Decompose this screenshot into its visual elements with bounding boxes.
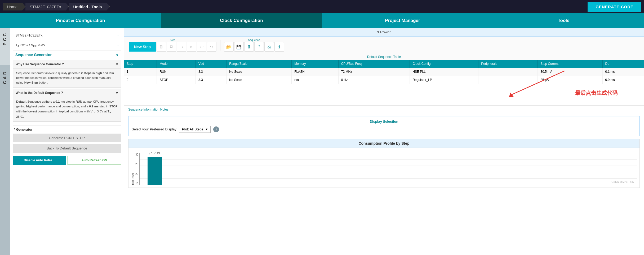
sidebar-temp-item[interactable]: TA 25°C / VDD 3.3V › [13,40,121,51]
col-range: Range/Scale [226,60,292,68]
chevron-right-icon-2: › [117,43,118,47]
why-use-label: Why Use Sequence Generator ? [16,62,64,66]
col-peripherals: Peripherals [478,60,538,68]
top-nav: Home STM32F103ZETx Untitled - Tools GENE… [0,0,644,13]
delete-sequence-button[interactable]: 🗑 [244,42,254,52]
toolbar-separator [220,40,220,51]
sidebar-temp-label: TA 25°C / VDD 3.3V [15,43,45,48]
why-use-content: Sequence Generator allows to quickly gen… [13,68,121,87]
display-info-icon[interactable]: i [213,126,219,132]
col-current: Step Current [538,60,602,68]
chart-section: Consumption Profile by Step tion (mA) 30… [128,139,640,188]
sidebar-sequence-gen[interactable]: Sequence Generator ∨ [13,51,121,59]
tab-clock[interactable]: Clock Configuration [161,13,322,28]
generator-label: * Generator [13,128,121,131]
pcc-label: PCC [3,32,7,45]
tab-project-manager[interactable]: Project Manager [322,13,483,28]
default-seq-content: Default Sequence gathers a 0.1 ms step i… [13,97,121,121]
cad-label: CAD [3,70,7,84]
cell-vdd-2: 3.3 [196,76,226,84]
step-group-label: Step [170,39,175,42]
display-selection: Display Selection Select your Preferred … [128,116,640,136]
col-duration: Du [602,60,644,68]
breadcrumb-project[interactable]: Untitled - Tools [69,3,110,11]
why-use-header[interactable]: Why Use Sequence Generator ? ∨ [13,60,121,68]
breadcrumb-home[interactable]: Home [3,3,25,11]
preferred-display-label: Select your Preferred Display [132,127,176,131]
cell-mode-1: RUN [157,68,196,76]
step-group: Step New Step 🗑 ⧉ ⇥ ⇤ ↩ ↪ [129,39,216,52]
chevron-right-icon: › [117,33,118,37]
bar-label-run: ↑ 1:RUN [149,152,160,155]
cell-step-2: 2 [124,76,157,84]
cell-mode-2: STOP [157,76,196,84]
cell-cpu-2: 0 Hz [338,76,410,84]
content-area: ▾ Power Step New Step 🗑 ⧉ ⇥ ⇤ ↩ ↪ [124,28,644,255]
info-button[interactable]: ℹ [274,42,284,52]
sidebar-chip-label: STM32F103ZETx [15,33,43,37]
table-header-row: Step Mode Vdd Range/Scale Memory CPU/Bus… [124,60,644,68]
chart-title: Consumption Profile by Step [128,139,639,148]
seq-info[interactable]: Sequence Information Notes [124,105,644,113]
save-sequence-button[interactable]: 💾 [234,42,244,52]
tab-pinout[interactable]: Pinout & Configuration [0,13,161,28]
redo-button[interactable]: ↪ [207,42,216,52]
main-layout: PCC CAD STM32F103ZETx › TA 25°C / VDD 3.… [0,28,644,255]
open-sequence-button[interactable]: 📂 [224,42,234,52]
cell-range-1: No Scale [226,68,292,76]
auto-refresh-on-button[interactable]: Auto Refresh ON [68,156,121,165]
sidebar: STM32F103ZETx › TA 25°C / VDD 3.3V › Seq… [10,28,124,255]
cad-section: CAD [0,65,10,255]
export-sequence-button[interactable]: ⤴ [254,42,264,52]
breadcrumb: Home STM32F103ZETx Untitled - Tools [3,3,110,11]
left-side-labels: PCC CAD [0,28,10,255]
copy-step-button[interactable]: ⧉ [167,42,176,52]
y-tick-30: 30 [135,153,138,156]
col-cpu: CPU/Bus Freq [338,60,410,68]
scale-button[interactable]: ⚖ [264,42,274,52]
y-tick-15: 15 [135,182,138,185]
col-vdd: Vdd [196,60,226,68]
sidebar-sequence-gen-label: Sequence Generator [15,53,52,57]
display-option: Plot: All Steps [182,127,203,131]
delete-step-button[interactable]: 🗑 [157,42,166,52]
disable-auto-refresh-button[interactable]: Disable Auto Refre... [13,156,66,165]
generator-section: * Generator Generate RUN + STOP Back To … [13,125,121,165]
dropdown-arrow-icon: ▾ [206,127,208,131]
red-arrow-svg [490,68,570,100]
step-toolbar: Step New Step 🗑 ⧉ ⇥ ⇤ ↩ ↪ Sequence 📂 💾 [124,37,644,54]
indent-button[interactable]: ⇥ [177,42,186,52]
cell-clock-2: Regulator_LP [410,76,478,84]
chart-bar-run: ↑ 1:RUN [148,157,162,185]
why-use-chevron: ∨ [116,62,118,66]
back-to-default-button[interactable]: Back To Default Sequence [13,144,121,153]
cell-memory-2: n/a [292,76,338,84]
chart-area: tion (mA) 30 25 20 15 ↑ 1:RUN [128,148,639,188]
undo-button[interactable]: ↩ [197,42,206,52]
col-clock: Clock Config [410,60,478,68]
y-tick-20: 20 [135,172,138,175]
auto-refresh-row: Disable Auto Refre... Auto Refresh ON [13,156,121,165]
col-mode: Mode [157,60,196,68]
generate-run-stop-button[interactable]: Generate RUN + STOP [13,134,121,142]
cell-vdd-1: 3.3 [196,68,226,76]
watermark: CSDN @MAR_Sky [611,180,634,183]
annotation-area: 最后点击生成代码 [124,84,644,105]
display-selection-row: Select your Preferred Display Plot: All … [132,126,636,133]
power-label: Power [380,30,391,34]
cell-duration-1: 0.1 ms [602,68,644,76]
y-ticks: 30 25 20 15 [135,153,138,185]
new-step-button[interactable]: New Step [129,42,156,52]
power-header: ▾ Power [124,28,644,37]
default-seq-header[interactable]: What is the Default Sequence ? ∨ [13,89,121,97]
generate-code-button[interactable]: GENERATE CODE [588,2,641,12]
breadcrumb-chip[interactable]: STM32F103ZETx [25,3,69,11]
display-dropdown[interactable]: Plot: All Steps ▾ [179,126,211,133]
chart-plot: ↑ 1:RUN CSDN @MAR_Sky [139,153,637,185]
sequence-group: Sequence 📂 💾 🗑 ⤴ ⚖ ℹ [224,39,284,52]
tab-tools[interactable]: Tools [483,13,644,28]
col-memory: Memory [292,60,338,68]
tab-bar: Pinout & Configuration Clock Configurati… [0,13,644,28]
sidebar-chip-item[interactable]: STM32F103ZETx › [13,30,121,40]
unindent-button[interactable]: ⇤ [187,42,196,52]
